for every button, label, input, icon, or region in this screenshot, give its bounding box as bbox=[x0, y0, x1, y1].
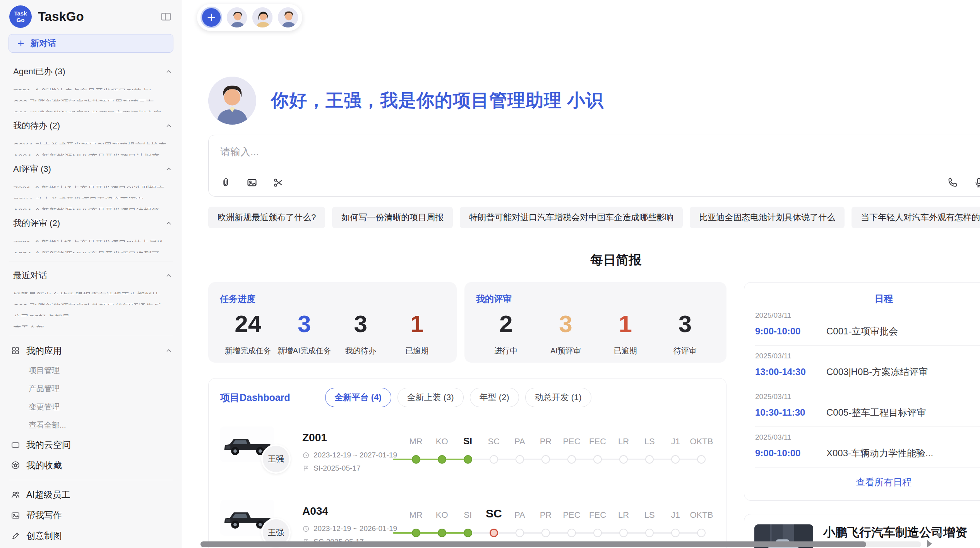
app-item-change-management[interactable]: 变更管理 bbox=[29, 402, 173, 412]
filter-chip-powertrain[interactable]: 动总开发 (1) bbox=[525, 388, 591, 407]
project-row-z001[interactable]: 王强 Z001 2023-12-19 ~ 2027-01-19 bbox=[220, 423, 714, 481]
phone-call-icon[interactable] bbox=[947, 177, 958, 188]
sidebar-section-ai-review[interactable]: AI评审 (3) bbox=[13, 163, 173, 175]
sidebar-item[interactable]: A034-全新新能源MUV产品开发项目计划变更表编写 bbox=[13, 152, 173, 156]
sidebar-my-apps[interactable]: 我的应用 bbox=[11, 345, 173, 357]
recent-chat-item[interactable]: 公司Q3轻卡销量 bbox=[13, 313, 173, 316]
add-agent-button[interactable] bbox=[200, 7, 222, 28]
app-item-project-management[interactable]: 项目管理 bbox=[29, 365, 173, 376]
sidebar-my-cloud-space[interactable]: 我的云空间 bbox=[11, 439, 173, 451]
stat-label: 待评审 bbox=[655, 346, 715, 356]
suggestion-chip[interactable]: 当下年轻人对汽车外观有怎样的喜好趋势 bbox=[852, 207, 980, 228]
sidebar-item[interactable]: Z001-全新燃油轻卡产品开发项目SI造型提交物评审 bbox=[13, 184, 173, 188]
chat-input-box[interactable]: 请输入... bbox=[208, 135, 980, 197]
schedule-date: 2025/03/11 bbox=[755, 311, 980, 320]
sidebar-item[interactable]: C0X4-动力总成开发项目工程变更评审 bbox=[13, 195, 173, 199]
schedule-title: 日程 bbox=[755, 293, 980, 305]
scissors-icon[interactable] bbox=[273, 177, 284, 188]
microphone-icon[interactable] bbox=[973, 177, 980, 188]
image-upload-icon[interactable] bbox=[247, 177, 257, 188]
scroll-right-arrow[interactable] bbox=[927, 540, 932, 548]
sidebar-item[interactable]: C0X4-动力总成开发项目SI里程碑提交物检查 bbox=[13, 141, 173, 144]
sidebar-item[interactable]: A034-全新新能源MUV产品开发项目造型可行性评审 bbox=[13, 250, 173, 253]
suggestion-chip[interactable]: 比亚迪全固态电池计划具体说了什么 bbox=[690, 207, 845, 228]
stat-label: 新增完成任务 bbox=[220, 346, 276, 356]
milestone-dot bbox=[645, 455, 654, 464]
milestone-dot bbox=[541, 455, 550, 464]
scroll-down-arrow[interactable] bbox=[935, 533, 943, 538]
agent-avatar[interactable] bbox=[277, 7, 299, 28]
dashboard-filters: 全新平台 (4) 全新上装 (3) 年型 (2) 动总开发 (1) bbox=[325, 388, 591, 407]
filter-chip-new-body[interactable]: 全新上装 (3) bbox=[397, 388, 464, 407]
stat-label: 新增AI完成任务 bbox=[276, 346, 333, 356]
sidebar-item[interactable]: Z001-全新燃油皮卡产品开发项目SI节点Lesson Learn报告 bbox=[13, 87, 173, 90]
horizontal-scrollbar-track[interactable] bbox=[200, 541, 921, 547]
greeting-title: 你好，王强，我是你的项目管理助理 小识 bbox=[271, 89, 604, 113]
milestone-dot bbox=[412, 529, 420, 537]
milestone-dot bbox=[567, 529, 576, 537]
schedule-card: 日程 2025/03/11 9:00-10:00 C001-立项审批会 加入 2… bbox=[744, 282, 980, 501]
agent-avatar[interactable] bbox=[226, 7, 248, 28]
sidebar-divider bbox=[9, 480, 173, 480]
view-all-schedule-link[interactable]: 查看所有日程 bbox=[755, 476, 980, 488]
sidebar-item[interactable]: Z001-全新燃油轻卡产品开发项目SI节点属性5D文件评审 bbox=[13, 238, 173, 242]
filter-chip-new-platform[interactable]: 全新平台 (4) bbox=[325, 388, 391, 407]
main-area: 王强 你好，王强，我是你的项目管理助理 小识 请输入... bbox=[182, 0, 980, 548]
sidebar-collapse-button[interactable] bbox=[160, 11, 172, 22]
sidebar-section-my-todo[interactable]: 我的待办 (2) bbox=[13, 120, 173, 132]
milestone-timeline: MRKOSISCPAPRPECFECLRLSJ1OKTB bbox=[403, 505, 714, 538]
project-node: SI-2025-05-17 bbox=[314, 464, 360, 473]
sidebar-item[interactable]: C02-飞腾新能源轻客改款项目立项汇报方案 bbox=[13, 109, 173, 113]
milestone-label: J1 bbox=[663, 505, 689, 520]
chevron-up-icon bbox=[165, 272, 173, 279]
agent-avatar[interactable] bbox=[252, 7, 273, 28]
milestone-dot bbox=[490, 529, 498, 537]
new-chat-button[interactable]: 新对话 bbox=[9, 34, 173, 53]
recent-chat-item[interactable]: 解释最新出台的欧盟报废车法规再生塑料比例被调至15%... bbox=[13, 291, 173, 294]
schedule-item: 2025/03/11 10:30-11:30 C005-整车工程目标评审 加入 bbox=[755, 386, 980, 427]
project-dates: 2023-12-19 ~ 2027-01-19 bbox=[314, 451, 397, 459]
filter-chip-year-model[interactable]: 年型 (2) bbox=[470, 388, 519, 407]
schedule-date: 2025/03/11 bbox=[755, 433, 980, 442]
chevron-up-icon bbox=[165, 122, 173, 130]
project-dashboard-card: 项目Dashboard 全新平台 (4) 全新上装 (3) 年型 (2) 动总开… bbox=[208, 378, 726, 548]
app-item-product-management[interactable]: 产品管理 bbox=[29, 384, 173, 394]
milestone-label: SC bbox=[481, 505, 507, 520]
apps-view-all[interactable]: 查看全部... bbox=[29, 420, 173, 430]
app-logo-text-bottom: Go bbox=[17, 17, 25, 23]
chevron-up-icon bbox=[165, 68, 173, 75]
milestone-dot bbox=[412, 455, 420, 464]
recent-chat-item[interactable]: C02-飞腾新能源轻客改款项目的闭环通告反馈情况 bbox=[13, 302, 173, 305]
horizontal-scrollbar-thumb[interactable] bbox=[200, 541, 866, 547]
tool-help-me-write[interactable]: 帮我写作 bbox=[11, 509, 173, 521]
content: 你好，王强，我是你的项目管理助理 小识 请输入... bbox=[182, 31, 980, 548]
my-cloud-label: 我的云空间 bbox=[26, 439, 71, 451]
sidebar-section-agent-done[interactable]: Agent已办 (3) bbox=[13, 66, 173, 77]
project-row-a034[interactable]: 王强 A034 2023-12-19 ~ 2026-01-19 bbox=[220, 497, 714, 548]
recent-chats-view-all[interactable]: 查看全部... bbox=[13, 324, 173, 327]
sidebar-item[interactable]: A034-全新新能源MUV产品开发项目法规符合性评审 bbox=[13, 206, 173, 210]
milestone-dot bbox=[490, 455, 498, 464]
stat: 1 已逾期 bbox=[389, 311, 445, 356]
grid-icon bbox=[11, 346, 20, 355]
suggestion-chip[interactable]: 如何写一份清晰的项目周报 bbox=[332, 207, 453, 228]
milestone-label: OKTB bbox=[689, 432, 714, 447]
stat-label: 已逾期 bbox=[596, 346, 655, 356]
sidebar-section-my-review[interactable]: 我的评审 (2) bbox=[13, 217, 173, 229]
stat-label: 我的待办 bbox=[332, 346, 389, 356]
tool-label: 帮我写作 bbox=[26, 509, 62, 521]
app-logo: Task Go bbox=[9, 5, 32, 28]
app-logo-text-top: Task bbox=[14, 10, 27, 17]
tool-creative-drawing[interactable]: 创意制图 bbox=[11, 530, 173, 542]
milestone-dot bbox=[464, 529, 472, 537]
stat: 3 待评审 bbox=[655, 311, 715, 356]
sidebar-section-recent-chats[interactable]: 最近对话 bbox=[13, 270, 173, 281]
tool-ai-super-staff[interactable]: AI超级员工 bbox=[11, 489, 173, 501]
suggestion-chip[interactable]: 欧洲新规最近颁布了什么? bbox=[208, 207, 325, 228]
sidebar-item[interactable]: C02-飞腾新能源轻客改款项目里程碑画布 bbox=[13, 98, 173, 101]
cloud-drive-icon bbox=[11, 440, 20, 449]
suggestion-chip[interactable]: 特朗普可能对进口汽车增税会对中国车企造成哪些影响 bbox=[460, 207, 683, 228]
attachment-icon[interactable] bbox=[220, 177, 231, 188]
sidebar-my-favorites[interactable]: 我的收藏 bbox=[11, 459, 173, 471]
milestone-oktb: OKTB bbox=[689, 432, 714, 464]
